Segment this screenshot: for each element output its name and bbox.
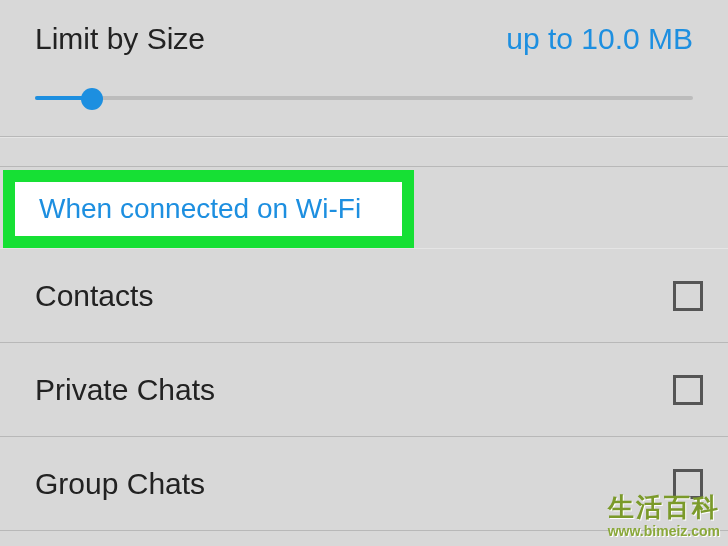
wifi-section-header-highlight: When connected on Wi-Fi <box>3 170 414 248</box>
row-label: Private Chats <box>35 373 215 407</box>
limit-label: Limit by Size <box>35 22 205 56</box>
row-group-chats[interactable]: Group Chats <box>0 437 728 531</box>
size-slider[interactable] <box>35 86 693 126</box>
limit-by-size-section: Limit by Size up to 10.0 MB <box>0 0 728 137</box>
slider-thumb[interactable] <box>81 88 103 110</box>
row-label: Group Chats <box>35 467 205 501</box>
wifi-section-header: When connected on Wi-Fi <box>39 193 361 225</box>
row-contacts[interactable]: Contacts <box>0 249 728 343</box>
slider-track <box>35 96 693 100</box>
checkbox-group-chats[interactable] <box>673 469 703 499</box>
section-gap <box>0 137 728 167</box>
checkbox-private-chats[interactable] <box>673 375 703 405</box>
row-private-chats[interactable]: Private Chats <box>0 343 728 437</box>
checkbox-contacts[interactable] <box>673 281 703 311</box>
limit-value: up to 10.0 MB <box>506 22 693 56</box>
limit-header: Limit by Size up to 10.0 MB <box>35 22 693 56</box>
wifi-options-list: Contacts Private Chats Group Chats <box>0 248 728 531</box>
row-label: Contacts <box>35 279 153 313</box>
